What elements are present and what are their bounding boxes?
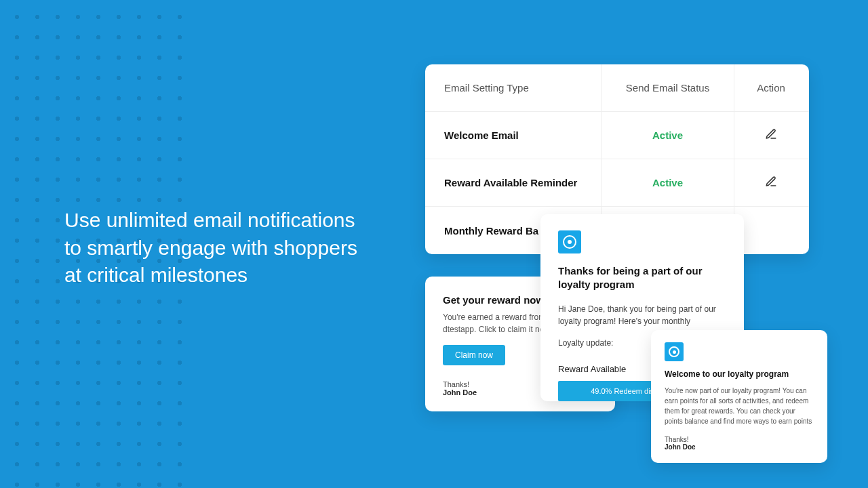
welcome-title: Welcome to our loyalty program [665, 369, 814, 379]
welcome-signer: John Doe [665, 443, 814, 451]
welcome-email-card: Welcome to our loyalty program You're no… [651, 330, 827, 463]
cell-type: Reward Available Reminder [425, 177, 601, 188]
edit-icon[interactable] [765, 176, 777, 188]
brand-logo-icon [665, 342, 684, 361]
loyalty-body: Hi Jane Doe, thank you for being part of… [558, 303, 726, 327]
cell-action [734, 176, 808, 190]
th-status: Send Email Status [601, 82, 734, 94]
table-row: Reward Available Reminder Active [425, 159, 809, 207]
th-action: Action [734, 82, 808, 94]
welcome-body: You're now part of our loyalty program! … [665, 386, 814, 426]
headline-text: Use unlimited email notifications to sma… [64, 207, 363, 289]
cell-type: Welcome Email [425, 129, 601, 141]
loyalty-title: Thanks for being a part of our loyalty p… [558, 264, 726, 292]
th-type: Email Setting Type [425, 82, 601, 94]
brand-logo-icon [558, 230, 581, 253]
edit-icon[interactable] [765, 128, 777, 140]
cell-status: Active [601, 177, 734, 188]
claim-now-button[interactable]: Claim now [443, 345, 505, 365]
cell-action [734, 128, 808, 143]
cell-status: Active [601, 129, 734, 141]
welcome-thanks: Thanks! [665, 436, 814, 443]
table-header-row: Email Setting Type Send Email Status Act… [425, 64, 809, 112]
table-row: Welcome Email Active [425, 112, 809, 159]
